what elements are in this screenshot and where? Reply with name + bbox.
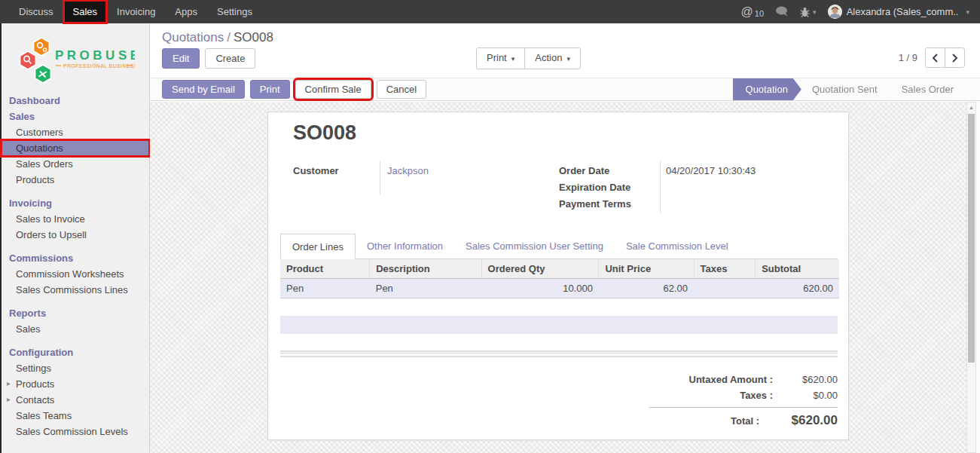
chevron-left-icon [932,54,939,63]
pager-previous-button[interactable] [925,47,945,68]
sidebar-item-customers[interactable]: Customers [2,124,149,140]
column-taxes: Taxes [694,259,756,279]
state-quotation[interactable]: Quotation [733,78,801,100]
expand-icon[interactable]: ▸ [7,395,11,403]
expand-icon[interactable]: ▸ [7,379,11,387]
cell-product: Pen [280,279,370,298]
sidebar-section-reports: Reports [2,305,149,321]
scrollbar-up-arrow[interactable]: ▲ [967,103,975,112]
sidebar-item-sales-to-invoice[interactable]: Sales to Invoice [2,211,149,227]
sidebar-item-products[interactable]: Products [2,172,149,188]
sidebar-item-products-config[interactable]: ▸ Products [2,376,149,392]
mention-icon: @ [741,6,753,18]
cell-taxes [694,279,756,298]
mention-count: 10 [755,9,764,18]
tab-sale-commission-level[interactable]: Sale Commission Level [615,234,740,259]
order-lines-table: Product Description Ordered Qty Unit Pri… [280,259,839,298]
debug-menu[interactable]: ▾ [800,7,817,17]
column-product: Product [280,259,370,279]
vertical-scrollbar[interactable]: ▲ [966,102,976,453]
mention-counter[interactable]: @ 10 [741,6,765,18]
action-dropdown-label: Action [535,52,562,63]
table-header-row: Product Description Ordered Qty Unit Pri… [280,259,839,279]
notebook-tabs: Order Lines Other Information Sales Comm… [280,234,838,259]
user-name: Alexandra (Sales_comm.. [847,6,959,17]
nav-item-apps[interactable]: Apps [165,0,207,23]
form-view: SO008 Customer Jackpson Order Date Expir… [150,102,980,453]
user-menu[interactable]: Alexandra (Sales_comm.. ▾ [828,5,969,19]
sidebar-section-configuration: Configuration [2,344,149,360]
expiration-date-label: Expiration Date [559,182,630,193]
empty-order-line-row [280,316,838,334]
pager-counter: 1 / 9 [899,52,917,63]
tab-sales-commission-user-setting[interactable]: Sales Commission User Setting [454,234,615,259]
column-ordered-qty: Ordered Qty [481,259,599,279]
untaxed-amount-label: Untaxed Amount : [649,374,783,385]
bug-icon [800,7,810,17]
control-panel: Quotations/SO008 Edit Create Print▾ Acti… [150,23,980,78]
caret-down-icon: ▾ [511,55,515,63]
form-statusbar: Send by Email Print Confirm Sale Cancel … [150,78,980,101]
send-by-email-button[interactable]: Send by Email [162,80,245,99]
state-quotation-sent[interactable]: Quotation Sent [794,78,891,100]
untaxed-amount-value: $620.00 [783,374,838,385]
sidebar-item-commission-worksheets[interactable]: Commission Worksheets [2,266,149,282]
sidebar-item-quotations[interactable]: Quotations [2,140,149,156]
order-date-value: 04/20/2017 10:30:43 [666,165,756,176]
print-button[interactable]: Print [250,80,290,99]
top-navbar: Discuss Sales Invoicing Apps Settings @ … [0,0,980,23]
cell-ordered-qty: 10.000 [481,279,599,298]
state-sales-order[interactable]: Sales Order [884,78,966,100]
app-menu: Discuss Sales Invoicing Apps Settings [0,0,262,23]
chevron-right-icon [951,54,958,63]
sidebar-item-settings[interactable]: Settings [2,360,149,376]
nav-item-settings[interactable]: Settings [207,0,262,23]
create-button[interactable]: Create [205,48,255,69]
sidebar-item-sales-teams[interactable]: Sales Teams [2,408,149,424]
column-subtotal: Subtotal [756,259,839,279]
cell-unit-price: 62.00 [599,279,694,298]
sidebar-item-sales-commission-levels[interactable]: Sales Commission Levels [2,424,149,439]
nav-item-sales[interactable]: Sales [63,0,108,23]
nav-item-invoicing[interactable]: Invoicing [107,0,165,23]
customer-label: Customer [293,165,339,176]
brand-name: PROBUSE [55,48,135,63]
order-date-label: Order Date [559,165,609,176]
sidebar-item-sales-root[interactable]: Sales [2,109,149,124]
confirm-sale-button[interactable]: Confirm Sale [295,80,371,99]
pager-next-button[interactable] [945,47,965,68]
customer-value-link[interactable]: Jackpson [387,165,429,176]
caret-down-icon: ▾ [566,55,570,63]
column-unit-price: Unit Price [599,259,694,279]
taxes-label: Taxes : [649,390,783,401]
scrollbar-gutter [976,102,980,453]
cancel-button[interactable]: Cancel [377,80,426,99]
scrollbar-thumb[interactable] [968,114,975,363]
edit-button[interactable]: Edit [162,48,200,69]
action-dropdown[interactable]: Action▾ [524,47,581,69]
tab-order-lines[interactable]: Order Lines [280,234,356,259]
systray: @ 10 ▾ [741,0,980,23]
tab-other-information[interactable]: Other Information [356,234,454,259]
company-logo: PROBUSE PROFESSIONAL BUSINESS [2,23,149,90]
sidebar-item-dashboard[interactable]: Dashboard [2,93,149,109]
sidebar-item-sales-orders[interactable]: Sales Orders [2,156,149,172]
breadcrumb-quotations-link[interactable]: Quotations [162,30,224,44]
sidebar-item-label: Contacts [16,394,54,406]
nav-item-discuss[interactable]: Discuss [9,0,63,23]
field-separator [380,161,380,195]
order-line-row[interactable]: Pen Pen 10.000 62.00 620.00 [280,279,839,298]
total-label: Total : [649,415,770,427]
sidebar-item-sales-report[interactable]: Sales [2,321,149,337]
breadcrumb: Quotations/SO008 [162,30,273,45]
print-dropdown[interactable]: Print▾ [476,47,525,69]
section-divider [280,350,838,357]
cell-description: Pen [370,279,481,298]
field-separator [660,161,661,213]
sidebar-item-contacts-config[interactable]: ▸ Contacts [2,392,149,408]
messages-icon[interactable] [775,6,789,17]
sidebar-item-orders-to-upsell[interactable]: Orders to Upsell [2,227,149,243]
user-avatar [828,5,842,19]
payment-terms-label: Payment Terms [559,198,631,210]
sidebar-item-sales-commissions-lines[interactable]: Sales Commissions Lines [2,282,149,298]
